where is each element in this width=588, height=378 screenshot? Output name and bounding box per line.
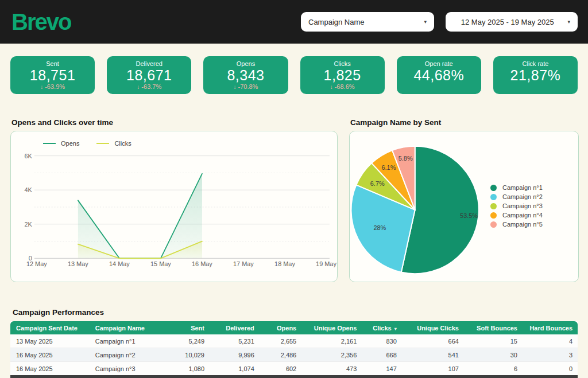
table-cell: 13 May 2025 xyxy=(10,334,90,348)
pie-legend-item-2[interactable]: Campaign n°2 xyxy=(490,193,543,200)
table-cell: 2,655 xyxy=(260,334,301,348)
y-axis-tick-label: 2K xyxy=(25,221,33,228)
kpi-change: ↓ -63.9% xyxy=(10,83,95,91)
down-arrow-icon: ↓ xyxy=(233,84,236,90)
pie-slice-value-label: 5.8% xyxy=(399,155,413,162)
date-range-label: 12 May 2025 - 19 May 2025 xyxy=(461,18,554,26)
table-cell: 0 xyxy=(523,362,578,376)
pie-legend-label: Campaign n°5 xyxy=(502,221,543,228)
campaign-name-filter-dropdown[interactable]: Campaign Name ▾ xyxy=(301,12,434,32)
legend-label: Opens xyxy=(61,140,79,147)
column-header-campaign-name[interactable]: Campaign Name xyxy=(90,321,172,334)
table-cell: 668 xyxy=(362,348,401,362)
table-cell: 16 May 2025 xyxy=(10,362,90,376)
pie-slice-value-label: 53.5% xyxy=(460,212,478,219)
column-header-delivered[interactable]: Delivered xyxy=(210,321,260,334)
pie-legend-item-1[interactable]: Campaign n°1 xyxy=(490,184,543,191)
campaign-sent-pie-chart[interactable]: 53.5%28%6.7%6.1%5.8% xyxy=(350,131,578,282)
legend-dot-icon xyxy=(490,212,497,219)
opens-area xyxy=(78,174,202,258)
table-cell: 830 xyxy=(362,334,401,348)
legend-item-clicks[interactable]: Clicks xyxy=(96,140,131,147)
column-header-campaign-sent-date[interactable]: Campaign Sent Date xyxy=(10,321,90,334)
pie-chart-legend: Campaign n°1Campaign n°2Campaign n°3Camp… xyxy=(490,184,543,228)
pie-legend-item-4[interactable]: Campaign n°4 xyxy=(490,212,543,219)
legend-line-swatch xyxy=(96,143,109,144)
kpi-card-opens: Opens8,343↓ -70.8% xyxy=(203,56,288,94)
y-axis-tick-label: 6K xyxy=(25,153,33,159)
x-axis-tick-label: 15 May xyxy=(150,260,171,267)
kpi-change: ↓ -63.7% xyxy=(107,83,191,91)
kpi-card-clicks: Clicks1,825↓ -68.6% xyxy=(300,56,385,94)
table-cell: Campaign n°1 xyxy=(90,334,172,348)
table-row: 16 May 2025Campaign n°31,0801,0746024731… xyxy=(10,362,578,376)
kpi-value: 21,87% xyxy=(493,68,578,83)
column-header-clicks[interactable]: Clicks▾ xyxy=(362,321,401,334)
table-cell: 16 May 2025 xyxy=(10,348,90,362)
table-row: 13 May 2025Campaign n°15,2495,2312,6552,… xyxy=(10,334,578,348)
kpi-card-delivered: Delivered18,671↓ -63.7% xyxy=(107,56,191,94)
table-cell: 107 xyxy=(402,362,464,376)
pie-legend-label: Campaign n°2 xyxy=(502,193,543,200)
column-header-soft-bounces[interactable]: Soft Bounces xyxy=(464,321,523,334)
kpi-value: 18,751 xyxy=(10,68,95,83)
down-arrow-icon: ↓ xyxy=(330,84,333,90)
legend-line-swatch xyxy=(43,143,56,144)
column-header-unique-clicks[interactable]: Unique Clicks xyxy=(402,321,464,334)
legend-label: Clicks xyxy=(114,140,131,147)
line-chart-card: OpensClicks 02K4K6K12 May13 May14 May15 … xyxy=(10,131,338,282)
line-chart-legend: OpensClicks xyxy=(43,140,131,147)
x-axis-tick-label: 18 May xyxy=(274,260,295,267)
column-header-unique-opens[interactable]: Unique Opens xyxy=(301,321,362,334)
table-cell: Campaign n°3 xyxy=(90,362,172,376)
kpi-change: ↓ -70.8% xyxy=(203,83,288,91)
legend-dot-icon xyxy=(490,194,497,200)
campaign-filter-label: Campaign Name xyxy=(308,18,365,26)
column-header-hard-bounces[interactable]: Hard Bounces xyxy=(523,321,578,334)
table-cell: 9,996 xyxy=(210,348,260,362)
column-header-sent[interactable]: Sent xyxy=(172,321,210,334)
x-axis-tick-label: 19 May xyxy=(316,260,336,267)
kpi-row: Sent18,751↓ -63.9%Delivered18,671↓ -63.7… xyxy=(0,56,588,94)
table-header-row: Campaign Sent DateCampaign NameSentDeliv… xyxy=(10,321,578,334)
date-range-dropdown[interactable]: 12 May 2025 - 19 May 2025 ▾ xyxy=(446,12,578,32)
legend-dot-icon xyxy=(490,203,497,209)
brevo-logo: Brevo xyxy=(11,10,71,33)
legend-dot-icon xyxy=(490,185,497,191)
kpi-value: 8,343 xyxy=(203,68,288,83)
table-cell: 10,029 xyxy=(172,348,210,362)
table-cell: 6 xyxy=(464,362,523,376)
table-cell: 2,161 xyxy=(301,334,362,348)
cut-off-next-section-bar xyxy=(10,375,578,378)
pie-legend-item-3[interactable]: Campaign n°3 xyxy=(490,202,543,209)
kpi-value: 1,825 xyxy=(300,68,385,83)
legend-item-opens[interactable]: Opens xyxy=(43,140,79,147)
pie-slice-value-label: 6.1% xyxy=(381,164,396,171)
table-cell: 2,486 xyxy=(260,348,301,362)
y-axis-tick-label: 4K xyxy=(25,186,33,193)
column-header-opens[interactable]: Opens xyxy=(260,321,301,334)
pie-legend-label: Campaign n°1 xyxy=(502,184,543,191)
top-bar: Brevo Campaign Name ▾ 12 May 2025 - 19 M… xyxy=(0,0,588,44)
table-cell: 602 xyxy=(260,362,301,376)
table-cell: 5,249 xyxy=(172,334,210,348)
kpi-card-sent: Sent18,751↓ -63.9% xyxy=(10,56,95,94)
x-axis-tick-label: 12 May xyxy=(26,260,47,267)
opens-clicks-line-chart[interactable]: 02K4K6K12 May13 May14 May15 May16 May17 … xyxy=(11,131,337,282)
x-axis-tick-label: 16 May xyxy=(192,260,212,267)
x-axis-tick-label: 14 May xyxy=(109,260,130,267)
table-cell: Campaign n°2 xyxy=(90,348,172,362)
pie-chart-title: Campaign Name by Sent xyxy=(349,118,579,127)
table-cell: 3 xyxy=(523,348,578,362)
table-cell: 1,080 xyxy=(172,362,210,376)
pie-slice-value-label: 6.7% xyxy=(370,180,385,187)
line-chart-title: Opens and Clicks over time xyxy=(10,118,338,127)
pie-legend-label: Campaign n°3 xyxy=(502,202,543,209)
pie-slice-value-label: 28% xyxy=(373,224,386,231)
down-arrow-icon: ↓ xyxy=(40,84,43,90)
pie-legend-item-5[interactable]: Campaign n°5 xyxy=(490,221,543,228)
kpi-value: 18,671 xyxy=(107,68,191,83)
pie-chart-card: 53.5%28%6.7%6.1%5.8% Campaign n°1Campaig… xyxy=(349,131,579,282)
chevron-down-icon: ▾ xyxy=(567,19,570,25)
table-cell: 664 xyxy=(402,334,464,348)
